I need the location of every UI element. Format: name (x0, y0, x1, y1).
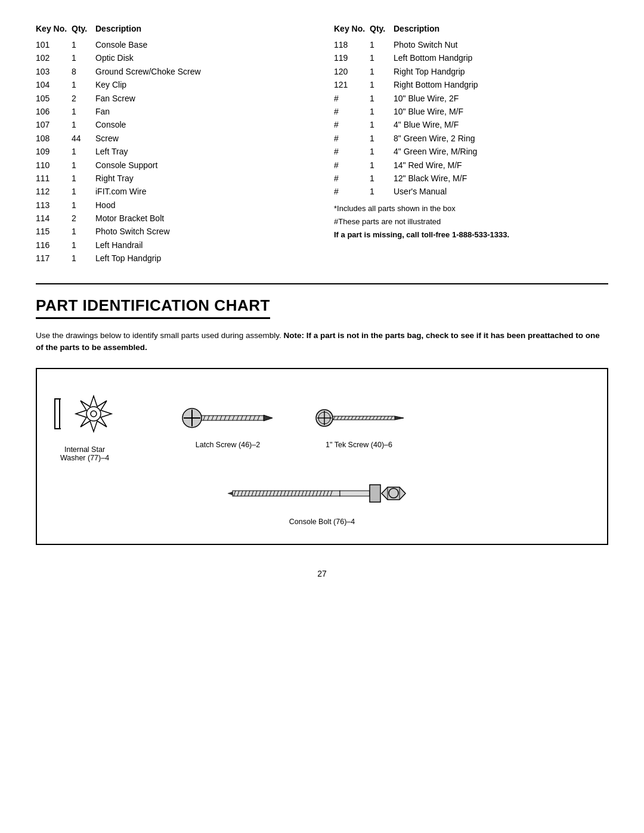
table-row: 112 1 iFIT.com Wire (36, 185, 310, 198)
key-no: 106 (36, 105, 72, 118)
table-row: 113 1 Hood (36, 199, 310, 212)
key-no: 104 (36, 78, 72, 91)
key-no: 116 (36, 239, 72, 252)
key-no: # (334, 172, 370, 185)
svg-marker-84 (228, 492, 233, 495)
qty: 1 (72, 159, 95, 172)
notes-section: *Includes all parts shown in the box #Th… (334, 202, 608, 241)
svg-rect-0 (55, 399, 60, 429)
qty: 1 (370, 51, 394, 64)
key-no: 110 (36, 159, 72, 172)
table-row: # 1 8" Green Wire, 2 Ring (334, 132, 608, 145)
key-no: # (334, 145, 370, 158)
note3: If a part is missing, call toll-free 1-8… (334, 228, 608, 241)
key-no: # (334, 185, 370, 198)
table-row: 103 8 Ground Screw/Choke Screw (36, 65, 310, 78)
diagram-box: Internal StarWasher (77)–4 (36, 368, 608, 545)
table-row: 111 1 Right Tray (36, 172, 310, 185)
desc: Optic Disk (95, 51, 310, 64)
qty: 1 (72, 38, 95, 51)
table-row: # 1 4" Blue Wire, M/F (334, 118, 608, 131)
diagram-item-console-bolt: Console Bolt (76)–4 (227, 474, 417, 526)
qty: 1 (370, 65, 394, 78)
washer-svg (49, 387, 120, 441)
description-para: Use the drawings below to identify small… (36, 330, 608, 354)
parts-header-right: Key No. Qty. Description (334, 24, 608, 33)
qty: 1 (72, 51, 95, 64)
table-row: 110 1 Console Support (36, 159, 310, 172)
section-title: PART IDENTIFICATION CHART (36, 296, 270, 319)
diagram-row-1: Internal StarWasher (77)–4 (49, 387, 595, 462)
qty: 1 (370, 105, 394, 118)
key-no: # (334, 118, 370, 131)
table-row: # 1 10" Blue Wire, 2F (334, 92, 608, 105)
qty: 1 (72, 78, 95, 91)
qty: 1 (72, 239, 95, 252)
svg-marker-26 (395, 416, 404, 420)
qty: 1 (370, 185, 394, 198)
key-no: 101 (36, 38, 72, 51)
note1: *Includes all parts shown in the box (334, 202, 608, 215)
desc: 12" Black Wire, M/F (394, 172, 608, 185)
desc: Photo Switch Nut (394, 38, 608, 51)
key-no: 109 (36, 145, 72, 158)
qty: 1 (72, 145, 95, 158)
qty: 1 (370, 38, 394, 51)
table-row: 109 1 Left Tray (36, 145, 310, 158)
key-no: 114 (36, 212, 72, 225)
section-title-block: PART IDENTIFICATION CHART (36, 296, 608, 330)
desc: Photo Switch Screw (95, 225, 310, 238)
svg-rect-79 (370, 485, 380, 502)
key-no: 119 (334, 51, 370, 64)
header-desc-left: Description (95, 24, 310, 33)
key-no: 111 (36, 172, 72, 185)
qty: 1 (72, 105, 95, 118)
header-keyno-right: Key No. (334, 24, 370, 33)
qty: 2 (72, 92, 95, 105)
desc: Console Base (95, 38, 310, 51)
qty: 1 (370, 92, 394, 105)
key-no: 102 (36, 51, 72, 64)
svg-point-4 (86, 407, 101, 421)
key-no: 108 (36, 132, 72, 145)
qty: 1 (72, 185, 95, 198)
header-qty-left: Qty. (72, 24, 95, 33)
table-row: 119 1 Left Bottom Handgrip (334, 51, 608, 64)
left-rows: 101 1 Console Base102 1 Optic Disk103 8 … (36, 38, 310, 265)
desc: Motor Bracket Bolt (95, 212, 310, 225)
table-row: 104 1 Key Clip (36, 78, 310, 91)
desc: 14" Red Wire, M/F (394, 159, 608, 172)
key-no: 118 (334, 38, 370, 51)
key-no: 121 (334, 78, 370, 91)
desc: Left Handrail (95, 239, 310, 252)
qty: 1 (72, 225, 95, 238)
table-row: 116 1 Left Handrail (36, 239, 310, 252)
key-no: 107 (36, 118, 72, 131)
page-number: 27 (36, 569, 608, 578)
table-row: 107 1 Console (36, 118, 310, 131)
desc: Left Bottom Handgrip (394, 51, 608, 64)
section-divider (36, 283, 608, 284)
table-row: # 1 4" Green Wire, M/Ring (334, 145, 608, 158)
parts-table: Key No. Qty. Description 101 1 Console B… (36, 24, 608, 265)
table-row: # 1 12" Black Wire, M/F (334, 172, 608, 185)
description-text: Use the drawings below to identify small… (36, 331, 281, 340)
key-no: # (334, 132, 370, 145)
desc: Screw (95, 132, 310, 145)
key-no: 105 (36, 92, 72, 105)
table-row: 108 44 Screw (36, 132, 310, 145)
qty: 1 (370, 118, 394, 131)
table-row: # 1 10" Blue Wire, M/F (334, 105, 608, 118)
key-no: 115 (36, 225, 72, 238)
table-row: 120 1 Right Top Handgrip (334, 65, 608, 78)
table-row: # 1 14" Red Wire, M/F (334, 159, 608, 172)
qty: 1 (370, 159, 394, 172)
table-row: 101 1 Console Base (36, 38, 310, 51)
desc: Fan Screw (95, 92, 310, 105)
key-no: # (334, 159, 370, 172)
svg-marker-3 (76, 396, 112, 432)
qty: 44 (72, 132, 95, 145)
header-keyno-left: Key No. (36, 24, 72, 33)
console-bolt-svg (227, 474, 417, 513)
key-no: # (334, 92, 370, 105)
